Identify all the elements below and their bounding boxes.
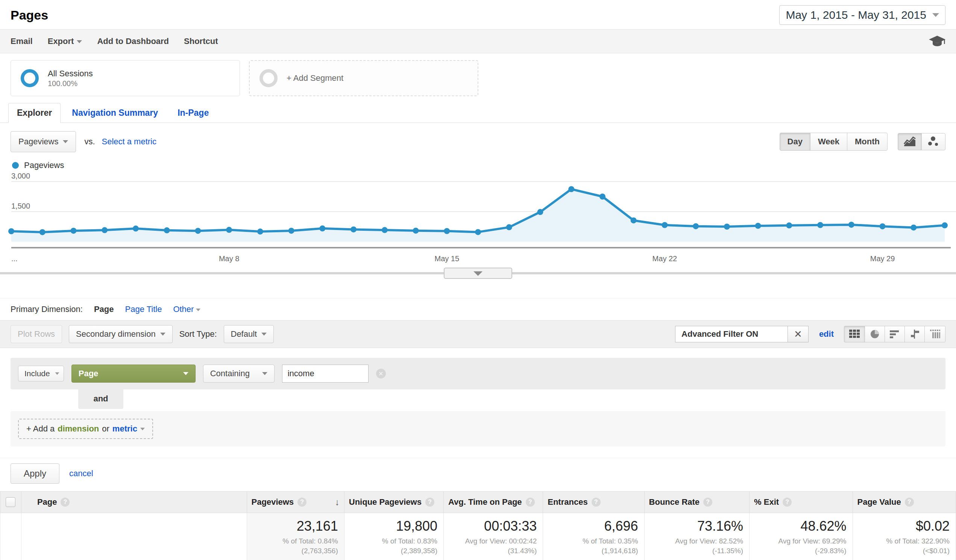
advanced-filter-chip: Advanced Filter ON ✕ bbox=[675, 326, 808, 342]
svg-text:May 22: May 22 bbox=[653, 254, 677, 263]
table-body: 23,161% of Total: 0.84% (2,763,356) 19,8… bbox=[0, 513, 956, 560]
help-icon[interactable]: ? bbox=[905, 497, 914, 507]
dimension-page-title-link[interactable]: Page Title bbox=[125, 304, 162, 314]
svg-text:...: ... bbox=[11, 254, 18, 263]
svg-text:May 15: May 15 bbox=[434, 254, 459, 263]
comparison-view-button[interactable] bbox=[904, 326, 925, 342]
advanced-filter-status: Advanced Filter ON bbox=[675, 326, 788, 342]
col-header-avg-time[interactable]: Avg. Time on Page? bbox=[444, 492, 543, 513]
tab-explorer[interactable]: Explorer bbox=[8, 103, 61, 123]
chart-type-switcher bbox=[898, 133, 945, 151]
add-condition-row: + Add a dimension or metric bbox=[11, 411, 945, 447]
select-all-header bbox=[0, 492, 22, 513]
chevron-down-icon bbox=[55, 372, 59, 375]
segment-donut-placeholder-icon bbox=[259, 69, 278, 87]
svg-text:May 29: May 29 bbox=[870, 254, 895, 263]
data-table-view-button[interactable] bbox=[844, 326, 865, 342]
chart-legend: Pageviews bbox=[0, 154, 956, 172]
date-range-text: May 1, 2015 - May 31, 2015 bbox=[786, 9, 926, 22]
performance-view-button[interactable] bbox=[885, 326, 905, 342]
segment-all-sessions[interactable]: All Sessions 100.00% bbox=[11, 60, 240, 96]
email-button[interactable]: Email bbox=[11, 36, 33, 46]
chevron-down-icon bbox=[262, 372, 267, 375]
add-dimension-or-metric-button[interactable]: + Add a dimension or metric bbox=[18, 419, 153, 439]
page-title: Pages bbox=[11, 8, 48, 22]
pivot-icon bbox=[929, 329, 940, 339]
granularity-day-button[interactable]: Day bbox=[780, 133, 810, 151]
dimension-other-menu[interactable]: Other bbox=[173, 304, 200, 314]
summary-pageviews: 23,161% of Total: 0.84% (2,763,356) bbox=[247, 513, 344, 560]
table-view-toggles bbox=[844, 326, 945, 342]
shortcut-button[interactable]: Shortcut bbox=[184, 36, 218, 46]
help-icon[interactable]: ? bbox=[526, 497, 535, 507]
cancel-link[interactable]: cancel bbox=[69, 469, 93, 478]
motion-chart-toggle-button[interactable] bbox=[921, 133, 945, 151]
help-icon[interactable]: ? bbox=[297, 497, 307, 507]
chevron-down-icon bbox=[160, 333, 165, 336]
advanced-filter-panel: Include Page Containing ✕ and + Add a di… bbox=[0, 348, 956, 458]
help-icon[interactable]: ? bbox=[425, 497, 434, 507]
granularity-month-button[interactable]: Month bbox=[847, 133, 888, 151]
help-icon[interactable]: ? bbox=[783, 497, 792, 507]
help-icon[interactable]: ? bbox=[61, 497, 69, 507]
education-cap-icon[interactable] bbox=[929, 35, 945, 48]
summary-unique: 19,800% of Total: 0.83% (2,389,358) bbox=[344, 513, 443, 560]
col-header-entrances[interactable]: Entrances? bbox=[543, 492, 644, 513]
col-header-exit[interactable]: % Exit? bbox=[750, 492, 852, 513]
series-dot-icon bbox=[12, 162, 19, 169]
sort-type-selector[interactable]: Default bbox=[224, 325, 274, 343]
filter-value-input[interactable] bbox=[282, 365, 369, 383]
pageviews-chart-svg[interactable]: 1,5003,000...May 8May 15May 22May 29 bbox=[0, 172, 956, 296]
help-icon[interactable]: ? bbox=[703, 497, 712, 507]
explorer-controls: Pageviews vs. Select a metric Day Week M… bbox=[0, 123, 956, 154]
segment-donut-icon bbox=[21, 69, 39, 87]
select-all-checkbox[interactable] bbox=[6, 497, 16, 507]
filter-actions: Apply cancel bbox=[0, 458, 956, 491]
chevron-down-icon bbox=[932, 13, 939, 17]
col-header-page-value[interactable]: Page Value? bbox=[852, 492, 956, 513]
edit-filter-link[interactable]: edit bbox=[819, 329, 834, 339]
chevron-down-icon bbox=[196, 309, 200, 311]
metric-selector[interactable]: Pageviews bbox=[11, 131, 76, 152]
col-header-unique-pageviews[interactable]: Unique Pageviews? bbox=[344, 492, 443, 513]
summary-bounce: 73.16%Avg for View: 82.52% (-11.35%) bbox=[644, 513, 750, 560]
clear-condition-icon[interactable]: ✕ bbox=[376, 369, 386, 378]
tab-navigation-summary[interactable]: Navigation Summary bbox=[64, 104, 166, 122]
col-header-pageviews[interactable]: Pageviews?↓ bbox=[247, 492, 344, 513]
report-toolbar: Email Export Add to Dashboard Shortcut bbox=[0, 29, 956, 53]
filter-condition-row: Include Page Containing ✕ bbox=[11, 358, 945, 389]
timeseries-chart[interactable]: 1,5003,000...May 8May 15May 22May 29 bbox=[0, 172, 956, 298]
help-icon[interactable]: ? bbox=[591, 497, 601, 507]
summary-exit: 48.62%Avg for View: 69.29% (-29.83%) bbox=[750, 513, 852, 560]
remove-filter-button[interactable]: ✕ bbox=[788, 326, 808, 342]
col-header-bounce-rate[interactable]: Bounce Rate? bbox=[644, 492, 750, 513]
export-menu[interactable]: Export bbox=[48, 36, 82, 46]
granularity-week-button[interactable]: Week bbox=[810, 133, 848, 151]
pivot-view-button[interactable] bbox=[925, 326, 945, 342]
svg-text:1,500: 1,500 bbox=[11, 202, 30, 210]
apply-button[interactable]: Apply bbox=[11, 463, 60, 484]
line-chart-toggle-button[interactable] bbox=[898, 133, 922, 151]
col-header-page[interactable]: Page? bbox=[21, 492, 247, 513]
dimension-page[interactable]: Page bbox=[94, 304, 114, 314]
add-to-dashboard-button[interactable]: Add to Dashboard bbox=[97, 36, 169, 46]
percentage-view-button[interactable] bbox=[865, 326, 885, 342]
add-segment-button[interactable]: + Add Segment bbox=[249, 60, 478, 96]
date-range-selector[interactable]: May 1, 2015 - May 31, 2015 bbox=[779, 5, 945, 25]
line-chart-icon bbox=[903, 136, 916, 147]
filter-dimension-selector[interactable]: Page bbox=[71, 365, 195, 383]
summary-page-value: $0.02% of Total: 322.90% (<$0.01) bbox=[852, 513, 956, 560]
table-header-row: Page? Pageviews?↓ Unique Pageviews? Avg.… bbox=[0, 492, 956, 513]
include-exclude-selector[interactable]: Include bbox=[18, 366, 64, 381]
select-metric-link[interactable]: Select a metric bbox=[102, 137, 157, 147]
pages-data-table: Page? Pageviews?↓ Unique Pageviews? Avg.… bbox=[0, 491, 956, 560]
table-controls-bar: Plot Rows Secondary dimension Sort Type:… bbox=[0, 320, 956, 348]
summary-entrances: 6,696% of Total: 0.35% (1,914,618) bbox=[543, 513, 644, 560]
tab-in-page[interactable]: In-Page bbox=[169, 104, 217, 122]
sort-type-label: Sort Type: bbox=[179, 329, 217, 339]
match-type-selector[interactable]: Containing bbox=[203, 365, 275, 383]
svg-text:May 8: May 8 bbox=[219, 254, 239, 263]
plot-rows-button[interactable]: Plot Rows bbox=[11, 325, 62, 343]
secondary-dimension-selector[interactable]: Secondary dimension bbox=[69, 325, 173, 343]
chevron-down-icon bbox=[77, 40, 82, 43]
